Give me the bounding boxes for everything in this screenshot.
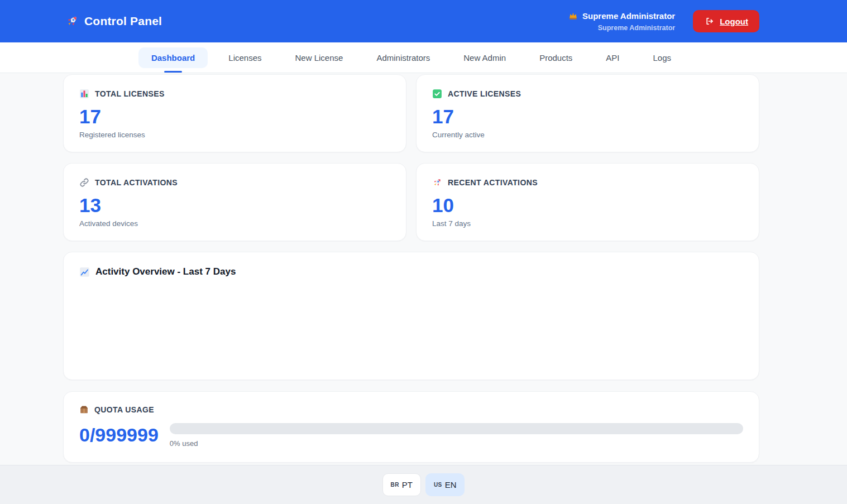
flag-br-icon: BR [391, 482, 399, 488]
stat-card-grid: TOTAL LICENSES 17 Registered licenses AC… [63, 74, 759, 241]
link-icon [79, 177, 89, 188]
logout-button[interactable]: Logout [693, 10, 759, 32]
user-name: Supreme Administrator [582, 11, 675, 21]
brand: Control Panel [63, 15, 162, 28]
bar-chart-icon [79, 89, 89, 99]
rocket-icon [65, 15, 79, 28]
stat-label: TOTAL LICENSES [95, 89, 165, 98]
tab-licenses[interactable]: Licenses [212, 42, 278, 73]
stat-subtitle: Currently active [432, 131, 743, 139]
user-role: Supreme Administrator [568, 24, 675, 32]
flag-us-icon: US [434, 482, 442, 488]
quota-percent-label: 0% used [170, 439, 743, 448]
tab-new-admin[interactable]: New Admin [447, 42, 523, 73]
tab-new-license[interactable]: New License [279, 42, 360, 73]
stat-label: ACTIVE LICENSES [448, 89, 521, 98]
crown-icon [568, 11, 578, 21]
user-info: Supreme Administrator Supreme Administra… [568, 11, 675, 32]
stat-card-total-activations: TOTAL ACTIVATIONS 13 Activated devices [63, 163, 406, 241]
stat-subtitle: Registered licenses [79, 131, 390, 139]
footer: BR PT US EN [0, 465, 847, 504]
stat-value: 10 [432, 195, 743, 215]
activity-overview-card: Activity Overview - Last 7 Days [63, 252, 759, 380]
language-button-pt[interactable]: BR PT [382, 473, 421, 496]
stat-subtitle: Last 7 days [432, 219, 743, 228]
stat-value: 13 [79, 195, 390, 215]
logout-label: Logout [720, 17, 748, 26]
quota-label: QUOTA USAGE [94, 405, 154, 414]
quota-value: 0/999999 [79, 425, 159, 444]
stat-label: RECENT ACTIVATIONS [448, 178, 538, 187]
package-icon [79, 405, 89, 414]
stat-label: TOTAL ACTIVATIONS [95, 178, 178, 187]
page-title: Control Panel [84, 15, 162, 28]
app-header: Control Panel Supreme Administrator Supr… [0, 0, 847, 42]
tab-logs[interactable]: Logs [637, 42, 688, 73]
main-nav: Dashboard Licenses New License Administr… [0, 42, 847, 73]
stat-value: 17 [432, 107, 743, 126]
dashboard-content: TOTAL LICENSES 17 Registered licenses AC… [0, 73, 847, 465]
activity-chart-area [79, 277, 743, 361]
chart-up-icon [79, 267, 90, 277]
tab-api[interactable]: API [589, 42, 636, 73]
stat-card-recent-activations: RECENT ACTIVATIONS 10 Last 7 days [416, 163, 759, 241]
language-button-en[interactable]: US EN [425, 473, 465, 496]
logout-icon [704, 16, 714, 26]
tab-products[interactable]: Products [523, 42, 589, 73]
stat-card-total-licenses: TOTAL LICENSES 17 Registered licenses [63, 74, 406, 152]
tab-dashboard[interactable]: Dashboard [135, 42, 212, 73]
tab-administrators[interactable]: Administrators [360, 42, 447, 73]
stat-card-active-licenses: ACTIVE LICENSES 17 Currently active [416, 74, 759, 152]
quota-usage-card: QUOTA USAGE 0/999999 0% used [63, 391, 759, 463]
quota-progress-bar [170, 423, 743, 434]
activity-title: Activity Overview - Last 7 Days [95, 266, 236, 277]
stat-value: 17 [79, 107, 390, 126]
check-icon [432, 89, 442, 99]
stat-subtitle: Activated devices [79, 219, 390, 228]
rocket-icon [432, 177, 442, 188]
